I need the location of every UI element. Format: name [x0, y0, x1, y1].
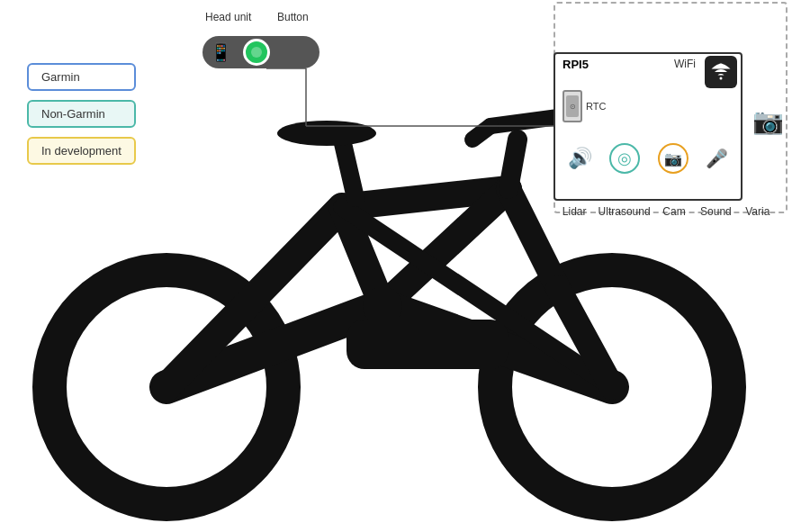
- lidar-sensor: 🔊: [568, 147, 592, 170]
- wifi-icon: [705, 56, 737, 88]
- varia-label: Varia: [740, 205, 776, 218]
- svg-point-0: [50, 270, 284, 504]
- rtc-chip-inner: ⊙: [566, 95, 579, 117]
- svg-line-12: [558, 288, 612, 387]
- cam-sensor: 📷: [658, 143, 688, 174]
- rtc-module: ⊙ RTC: [562, 90, 606, 122]
- head-unit-pill: 📱: [202, 36, 320, 68]
- ultrasound-icon: ◎: [609, 143, 640, 174]
- external-camera-icon: 📷: [752, 106, 784, 136]
- ultrasound-label: Ultrasound: [598, 205, 651, 218]
- svg-point-18: [363, 286, 402, 326]
- svg-line-8: [342, 207, 382, 306]
- legend: Garmin Non-Garmin In development: [27, 63, 136, 165]
- sound-sensor: 🎤: [706, 148, 728, 169]
- legend-garmin: Garmin: [27, 63, 136, 91]
- toggle-button[interactable]: [243, 39, 270, 66]
- sound-label: Sound: [698, 205, 734, 218]
- svg-line-6: [342, 189, 508, 207]
- cam-label: Cam: [656, 205, 692, 218]
- head-unit-label: Head unit: [205, 11, 251, 23]
- svg-point-2: [495, 270, 729, 504]
- lidar-label: Lidar: [556, 205, 592, 218]
- svg-line-9: [382, 306, 612, 387]
- svg-line-16: [342, 140, 356, 198]
- rpi5-box: RPI5 WiFi ⊙ RTC 🔊 ◎ 📷 🎤: [554, 52, 742, 201]
- button-label: Button: [277, 11, 309, 23]
- svg-point-24: [251, 47, 262, 58]
- wifi-label: WiFi: [674, 58, 696, 70]
- phone-icon: 📱: [210, 41, 232, 63]
- svg-line-11: [508, 189, 558, 288]
- rtc-chip: ⊙: [562, 90, 582, 122]
- svg-line-14: [490, 117, 558, 126]
- svg-line-13: [508, 140, 518, 189]
- lidar-icon: 🔊: [568, 147, 592, 170]
- svg-line-10: [342, 207, 612, 387]
- svg-point-25: [720, 77, 723, 80]
- svg-point-1: [156, 376, 177, 398]
- svg-point-3: [601, 376, 623, 398]
- rpi5-title: RPI5: [562, 58, 589, 71]
- legend-dev: In development: [27, 137, 136, 165]
- rtc-label: RTC: [586, 101, 606, 112]
- cam-icon: 📷: [658, 143, 688, 174]
- svg-line-4: [166, 306, 382, 387]
- sound-icon: 🎤: [706, 148, 728, 169]
- svg-line-15: [472, 126, 490, 140]
- sensors-row: 🔊 ◎ 📷 🎤: [559, 143, 737, 174]
- sensor-labels: Lidar Ultrasound Cam Sound Varia: [554, 205, 778, 218]
- svg-rect-20: [346, 320, 508, 369]
- ultrasound-sensor: ◎: [609, 143, 640, 174]
- svg-line-5: [166, 207, 342, 387]
- svg-line-7: [382, 189, 508, 306]
- svg-point-17: [277, 121, 376, 146]
- legend-nongarmin: Non-Garmin: [27, 100, 136, 128]
